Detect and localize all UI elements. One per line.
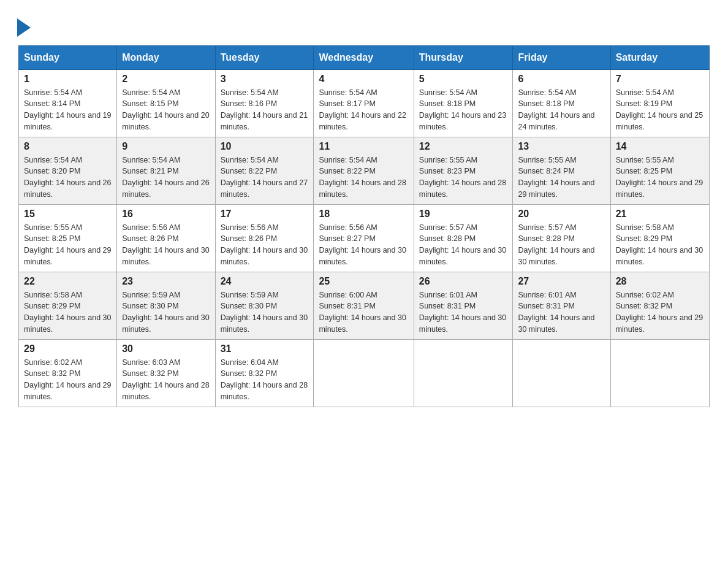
day-number: 31 [221,343,309,354]
day-info: Sunrise: 5:56 AM Sunset: 8:26 PM Dayligh… [221,222,309,268]
calendar-cell: 20 Sunrise: 5:57 AM Sunset: 8:28 PM Dayl… [513,204,610,272]
sunrise-label: Sunrise: 5:59 AM [221,291,279,299]
calendar-cell: 7 Sunrise: 5:54 AM Sunset: 8:19 PM Dayli… [610,69,709,137]
day-number: 11 [319,141,408,152]
calendar-header-tuesday: Tuesday [215,45,314,69]
daylight-label: Daylight: 14 hours and 20 minutes. [122,111,209,131]
day-number: 25 [319,276,408,287]
day-number: 7 [616,74,704,85]
daylight-label: Daylight: 14 hours and 29 minutes. [518,178,594,199]
calendar-cell: 22 Sunrise: 5:58 AM Sunset: 8:29 PM Dayl… [19,272,117,339]
sunset-label: Sunset: 8:16 PM [221,99,277,108]
day-number: 13 [518,141,605,152]
day-info: Sunrise: 6:01 AM Sunset: 8:31 PM Dayligh… [419,289,508,335]
sunrise-label: Sunrise: 6:03 AM [122,358,180,367]
sunset-label: Sunset: 8:28 PM [518,234,574,243]
day-info: Sunrise: 5:54 AM Sunset: 8:18 PM Dayligh… [419,87,508,133]
daylight-label: Daylight: 14 hours and 19 minutes. [24,111,111,131]
sunrise-label: Sunrise: 6:04 AM [221,358,279,367]
daylight-label: Daylight: 14 hours and 30 minutes. [518,246,594,266]
sunset-label: Sunset: 8:26 PM [221,234,277,243]
daylight-label: Daylight: 14 hours and 30 minutes. [319,313,406,334]
daylight-label: Daylight: 14 hours and 30 minutes. [419,313,506,334]
sunrise-label: Sunrise: 6:02 AM [24,358,82,367]
sunset-label: Sunset: 8:22 PM [319,167,375,175]
calendar-header-wednesday: Wednesday [314,45,414,69]
sunset-label: Sunset: 8:32 PM [221,369,277,378]
sunrise-label: Sunrise: 6:02 AM [616,291,674,299]
calendar-cell: 13 Sunrise: 5:55 AM Sunset: 8:24 PM Dayl… [513,137,610,204]
sunrise-label: Sunrise: 5:57 AM [419,223,477,232]
day-info: Sunrise: 5:54 AM Sunset: 8:18 PM Dayligh… [518,87,605,133]
sunrise-label: Sunrise: 5:54 AM [616,88,674,97]
daylight-label: Daylight: 14 hours and 30 minutes. [319,246,406,266]
calendar-header-friday: Friday [513,45,610,69]
sunrise-label: Sunrise: 5:55 AM [518,156,576,164]
sunrise-label: Sunrise: 5:54 AM [122,156,180,164]
day-number: 15 [24,209,112,220]
sunrise-label: Sunrise: 5:56 AM [319,223,377,232]
calendar-week-row: 15 Sunrise: 5:55 AM Sunset: 8:25 PM Dayl… [19,204,710,272]
sunset-label: Sunset: 8:29 PM [616,234,672,243]
calendar-cell: 1 Sunrise: 5:54 AM Sunset: 8:14 PM Dayli… [19,69,117,137]
day-info: Sunrise: 5:54 AM Sunset: 8:15 PM Dayligh… [122,87,210,133]
daylight-label: Daylight: 14 hours and 26 minutes. [122,178,209,199]
daylight-label: Daylight: 14 hours and 30 minutes. [122,246,209,266]
day-number: 21 [616,209,704,220]
calendar-week-row: 22 Sunrise: 5:58 AM Sunset: 8:29 PM Dayl… [19,272,710,339]
day-info: Sunrise: 5:58 AM Sunset: 8:29 PM Dayligh… [616,222,704,268]
sunrise-label: Sunrise: 5:54 AM [518,88,576,97]
sunrise-label: Sunrise: 5:57 AM [518,223,576,232]
sunset-label: Sunset: 8:30 PM [221,302,277,310]
calendar-cell: 31 Sunrise: 6:04 AM Sunset: 8:32 PM Dayl… [215,339,314,407]
sunrise-label: Sunrise: 5:54 AM [24,156,82,164]
daylight-label: Daylight: 14 hours and 30 minutes. [24,313,111,334]
day-number: 4 [319,74,408,85]
day-number: 8 [24,141,112,152]
calendar-cell: 12 Sunrise: 5:55 AM Sunset: 8:23 PM Dayl… [414,137,513,204]
sunrise-label: Sunrise: 5:54 AM [319,156,377,164]
sunrise-label: Sunrise: 5:56 AM [122,223,180,232]
sunrise-label: Sunrise: 5:55 AM [616,156,674,164]
day-info: Sunrise: 5:54 AM Sunset: 8:21 PM Dayligh… [122,155,210,201]
calendar-cell: 26 Sunrise: 6:01 AM Sunset: 8:31 PM Dayl… [414,272,513,339]
daylight-label: Daylight: 14 hours and 28 minutes. [122,381,209,401]
day-info: Sunrise: 5:54 AM Sunset: 8:14 PM Dayligh… [24,87,112,133]
daylight-label: Daylight: 14 hours and 24 minutes. [518,111,594,131]
day-number: 18 [319,209,408,220]
calendar-header-monday: Monday [117,45,215,69]
calendar-cell: 11 Sunrise: 5:54 AM Sunset: 8:22 PM Dayl… [314,137,414,204]
day-number: 20 [518,209,605,220]
day-number: 30 [122,343,210,354]
sunrise-label: Sunrise: 5:54 AM [419,88,477,97]
sunset-label: Sunset: 8:21 PM [122,167,178,175]
day-info: Sunrise: 5:54 AM Sunset: 8:19 PM Dayligh… [616,87,704,133]
daylight-label: Daylight: 14 hours and 28 minutes. [419,178,506,199]
day-info: Sunrise: 5:59 AM Sunset: 8:30 PM Dayligh… [221,289,309,335]
daylight-label: Daylight: 14 hours and 22 minutes. [319,111,406,131]
sunset-label: Sunset: 8:26 PM [122,234,178,243]
daylight-label: Daylight: 14 hours and 30 minutes. [221,313,308,334]
day-info: Sunrise: 5:54 AM Sunset: 8:17 PM Dayligh… [319,87,408,133]
sunrise-label: Sunrise: 5:55 AM [24,223,82,232]
day-number: 17 [221,209,309,220]
day-info: Sunrise: 6:02 AM Sunset: 8:32 PM Dayligh… [24,357,112,403]
daylight-label: Daylight: 14 hours and 25 minutes. [616,111,703,131]
daylight-label: Daylight: 14 hours and 29 minutes. [24,381,111,401]
sunset-label: Sunset: 8:24 PM [518,167,574,175]
calendar-cell: 21 Sunrise: 5:58 AM Sunset: 8:29 PM Dayl… [610,204,709,272]
day-info: Sunrise: 5:54 AM Sunset: 8:22 PM Dayligh… [221,155,309,201]
day-info: Sunrise: 5:55 AM Sunset: 8:23 PM Dayligh… [419,155,508,201]
calendar-cell: 17 Sunrise: 5:56 AM Sunset: 8:26 PM Dayl… [215,204,314,272]
calendar-cell: 29 Sunrise: 6:02 AM Sunset: 8:32 PM Dayl… [19,339,117,407]
sunset-label: Sunset: 8:32 PM [122,369,178,378]
day-info: Sunrise: 5:55 AM Sunset: 8:25 PM Dayligh… [24,222,112,268]
calendar-cell: 10 Sunrise: 5:54 AM Sunset: 8:22 PM Dayl… [215,137,314,204]
page-header [18,12,710,39]
daylight-label: Daylight: 14 hours and 29 minutes. [616,178,703,199]
sunset-label: Sunset: 8:19 PM [616,99,672,108]
sunset-label: Sunset: 8:15 PM [122,99,178,108]
day-info: Sunrise: 5:54 AM Sunset: 8:22 PM Dayligh… [319,155,408,201]
day-number: 19 [419,209,508,220]
sunset-label: Sunset: 8:30 PM [122,302,178,310]
